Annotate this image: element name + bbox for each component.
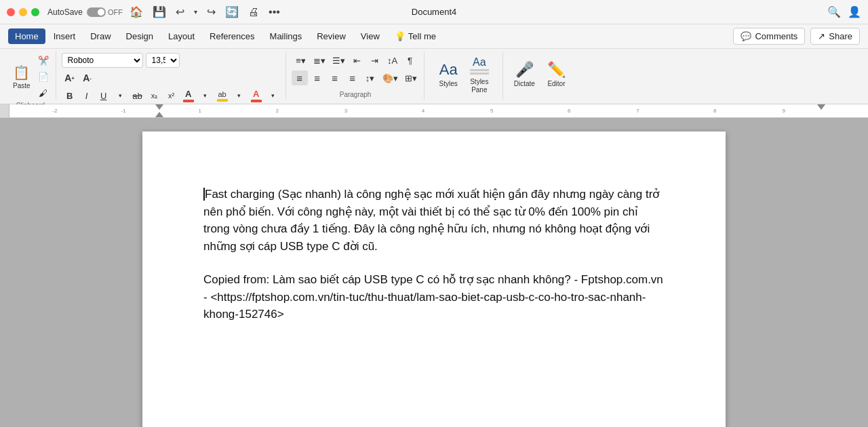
dictate-button[interactable]: 🎤 Dictate xyxy=(509,53,540,96)
traffic-lights xyxy=(7,8,39,16)
account-icon[interactable]: 👤 xyxy=(848,5,861,18)
underline-button[interactable]: U xyxy=(96,88,112,103)
autosave-area: AutoSave OFF xyxy=(47,7,123,17)
multilevel-list-button[interactable]: ☰▾ xyxy=(330,53,348,68)
increase-indent-button[interactable]: ⇥ xyxy=(367,53,383,68)
paragraph-2[interactable]: Copied from: Làm sao biết cáp USB type C… xyxy=(203,271,665,323)
clipboard-group: 📋 Paste ✂️ 📄 🖌 Clipboard xyxy=(5,52,56,100)
autosave-pill[interactable] xyxy=(87,7,106,17)
search-icon[interactable]: 🔍 xyxy=(827,5,841,18)
italic-button[interactable]: I xyxy=(79,89,95,102)
menu-view[interactable]: View xyxy=(354,28,387,44)
reload-icon[interactable]: 🔄 xyxy=(225,5,239,18)
ribbon: 📋 Paste ✂️ 📄 🖌 Clipboard Roboto 13,5 A+ … xyxy=(0,49,868,104)
menu-references[interactable]: References xyxy=(203,28,261,44)
copy-button[interactable]: 📄 xyxy=(35,69,52,84)
font-color-dropdown[interactable]: ▾ xyxy=(197,88,214,103)
menu-draw[interactable]: Draw xyxy=(83,28,117,44)
paste-button[interactable]: 📋 Paste xyxy=(9,58,34,96)
shading-button[interactable]: 🎨▾ xyxy=(380,70,401,85)
share-button[interactable]: ↗ Share xyxy=(810,28,860,45)
styles-button[interactable]: Aa Styles xyxy=(434,53,463,96)
font-group: Roboto 13,5 A+ A- B I U ▾ ab x₂ x² A ▾ xyxy=(58,52,286,100)
comments-icon: 💬 xyxy=(741,31,751,41)
menu-design[interactable]: Design xyxy=(119,28,160,44)
font-color2-dropdown[interactable]: ▾ xyxy=(265,88,281,103)
font-size-adj-row: A+ A- xyxy=(62,70,281,85)
font-color-button[interactable]: A xyxy=(180,88,197,103)
editor-label: Editor xyxy=(547,80,565,88)
format-painter-button[interactable]: 🖌 xyxy=(35,85,52,100)
more-icon[interactable]: ••• xyxy=(269,6,280,18)
font-color2-button[interactable]: A xyxy=(248,88,264,103)
dictate-label: Dictate xyxy=(514,80,535,88)
home-icon[interactable]: 🏠 xyxy=(130,5,143,18)
redo-icon[interactable]: ↪ xyxy=(207,5,216,18)
save-icon[interactable]: 💾 xyxy=(153,5,166,18)
para-top-row: ≡▾ ≣▾ ☰▾ ⇤ ⇥ ↕A ¶ xyxy=(293,53,418,68)
print-icon[interactable]: 🖨 xyxy=(248,6,259,18)
dictate-editor-group: 🎤 Dictate ✏️ Editor xyxy=(505,52,575,100)
menu-mailings[interactable]: Mailings xyxy=(263,28,309,44)
menu-review[interactable]: Review xyxy=(310,28,353,44)
numbered-list-button[interactable]: ≣▾ xyxy=(311,53,328,68)
paste-label: Paste xyxy=(13,82,31,89)
styles-icon: Aa xyxy=(439,61,458,79)
comments-button[interactable]: 💬 Comments xyxy=(733,28,805,45)
paragraph-1[interactable]: Fast charging (Sạc nhanh) là công nghệ s… xyxy=(203,186,665,255)
maximize-button[interactable] xyxy=(31,8,39,16)
highlight-dropdown[interactable]: ▾ xyxy=(231,88,248,103)
subscript-button[interactable]: x₂ xyxy=(146,88,163,103)
document-page: Fast charging (Sạc nhanh) là công nghệ s… xyxy=(142,131,726,427)
line-spacing-button[interactable]: ↕▾ xyxy=(362,70,378,85)
editor-icon: ✏️ xyxy=(547,61,566,79)
paragraph-group: ≡▾ ≣▾ ☰▾ ⇤ ⇥ ↕A ¶ ≡ ≡ ≡ ≡ ↕▾ 🎨▾ ⊞▾ Parag… xyxy=(288,52,425,100)
decrease-indent-button[interactable]: ⇤ xyxy=(349,53,366,68)
paste-icon: 📋 xyxy=(13,64,30,81)
ruler-body: -2 -1 1 2 3 4 5 6 7 8 9 xyxy=(9,104,868,117)
title-bar: AutoSave OFF 🏠 💾 ↩ ▾ ↪ 🔄 🖨 ••• Document4… xyxy=(0,0,868,24)
bold-button[interactable]: B xyxy=(62,89,78,102)
dictate-editor-row: 🎤 Dictate ✏️ Editor xyxy=(509,53,571,96)
menu-tell-me[interactable]: 💡 Tell me xyxy=(388,28,443,44)
sort-button[interactable]: ↕A xyxy=(384,53,401,68)
lightbulb-icon: 💡 xyxy=(395,31,406,41)
dictate-icon: 🎤 xyxy=(515,61,534,79)
editor-button[interactable]: ✏️ Editor xyxy=(542,53,571,96)
menu-insert[interactable]: Insert xyxy=(47,28,83,44)
align-center-button[interactable]: ≡ xyxy=(309,70,326,85)
share-icon: ↗ xyxy=(818,31,825,41)
title-bar-right: 🔍 👤 xyxy=(827,5,861,18)
strikethrough-button[interactable]: ab xyxy=(130,88,146,103)
justify-button[interactable]: ≡ xyxy=(344,70,361,85)
shrink-font-button[interactable]: A- xyxy=(79,70,96,85)
menu-right: 💬 Comments ↗ Share xyxy=(733,28,860,45)
undo-icon[interactable]: ↩ xyxy=(176,5,184,18)
superscript-button[interactable]: x² xyxy=(163,88,180,103)
ruler: -2 -1 1 2 3 4 5 6 7 8 9 xyxy=(0,104,868,118)
menu-home[interactable]: Home xyxy=(8,28,45,44)
menu-layout[interactable]: Layout xyxy=(161,28,201,44)
styles-pane-button[interactable]: Aa Styles Pane xyxy=(465,53,494,96)
autosave-dot xyxy=(98,9,104,16)
grow-font-button[interactable]: A+ xyxy=(62,70,78,85)
font-family-selector[interactable]: Roboto xyxy=(62,53,143,68)
font-size-selector[interactable]: 13,5 xyxy=(146,53,180,68)
underline-dropdown[interactable]: ▾ xyxy=(113,88,129,103)
borders-button[interactable]: ⊞▾ xyxy=(402,70,420,85)
autosave-toggle[interactable]: OFF xyxy=(87,7,123,17)
doc-title: Document4 xyxy=(412,7,456,17)
styles-group: Aa Styles Aa Styles Pane xyxy=(426,52,503,100)
styles-pane-label: Styles Pane xyxy=(470,78,488,94)
align-right-button[interactable]: ≡ xyxy=(327,70,343,85)
cut-button[interactable]: ✂️ xyxy=(35,53,52,68)
show-marks-button[interactable]: ¶ xyxy=(402,53,418,68)
bullets-button[interactable]: ≡▾ xyxy=(293,53,309,68)
highlight-button[interactable]: ab xyxy=(214,88,231,103)
paragraph-1-text: Fast charging (Sạc nhanh) là công nghệ s… xyxy=(203,188,659,253)
align-left-button[interactable]: ≡ xyxy=(292,70,308,85)
font-format-row: B I U ▾ ab x₂ x² A ▾ ab ▾ xyxy=(62,88,281,103)
minimize-button[interactable] xyxy=(19,8,27,16)
undo-dropdown-icon[interactable]: ▾ xyxy=(194,8,197,16)
close-button[interactable] xyxy=(7,8,15,16)
